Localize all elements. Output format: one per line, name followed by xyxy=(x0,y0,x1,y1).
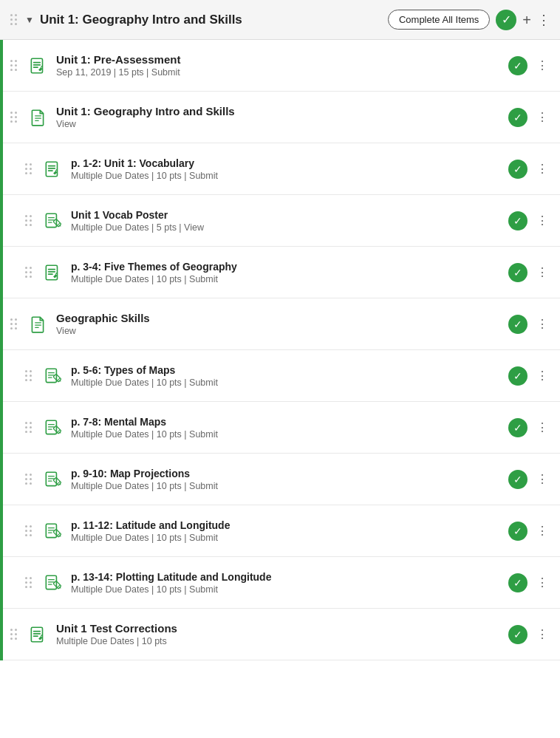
item-actions: ✓⋮ xyxy=(508,417,551,437)
list-item: p. 9-10: Map ProjectionsMultiple Due Dat… xyxy=(3,454,560,505)
item-drag-handle[interactable] xyxy=(24,472,34,487)
item-content: p. 7-8: Mental MapsMultiple Due Dates | … xyxy=(71,416,502,440)
list-item: p. 11-12: Latitude and LongitudeMultiple… xyxy=(3,505,560,557)
item-complete-check[interactable]: ✓ xyxy=(508,108,527,127)
item-drag-handle[interactable] xyxy=(24,162,34,177)
item-drag-handle[interactable] xyxy=(9,317,19,332)
item-complete-check[interactable]: ✓ xyxy=(508,160,527,179)
item-meta: Multiple Due Dates | 10 pts xyxy=(56,636,502,646)
list-item: p. 1-2: Unit 1: VocabularyMultiple Due D… xyxy=(3,143,560,195)
item-content: Unit 1 Vocab PosterMultiple Due Dates | … xyxy=(71,209,502,233)
item-more-menu[interactable]: ⋮ xyxy=(533,417,551,437)
list-item: p. 13-14: Plotting Latitude and Longitud… xyxy=(3,557,560,609)
item-type-icon xyxy=(40,363,65,389)
unit-header: ▼ Unit 1: Geography Intro and Skills Com… xyxy=(0,0,560,40)
unit-title: Unit 1: Geography Intro and Skills xyxy=(40,13,382,27)
item-drag-handle[interactable] xyxy=(9,58,19,73)
header-check-icon[interactable]: ✓ xyxy=(496,10,516,30)
item-more-menu[interactable]: ⋮ xyxy=(533,211,551,230)
item-complete-check[interactable]: ✓ xyxy=(508,573,527,592)
item-meta: Multiple Due Dates | 10 pts | Submit xyxy=(71,584,502,595)
item-actions: ✓⋮ xyxy=(508,469,551,489)
item-actions: ✓⋮ xyxy=(508,521,551,541)
item-meta: View xyxy=(56,326,502,336)
item-meta: Sep 11, 2019 | 15 pts | Submit xyxy=(56,67,502,78)
item-type-icon xyxy=(25,622,50,647)
item-actions: ✓⋮ xyxy=(508,314,551,334)
item-drag-handle[interactable] xyxy=(9,110,19,125)
header-more-menu[interactable]: ⋮ xyxy=(537,12,551,28)
item-content: p. 13-14: Plotting Latitude and Longitud… xyxy=(71,571,502,595)
item-content: p. 11-12: Latitude and LongitudeMultiple… xyxy=(71,519,502,543)
item-meta: Multiple Due Dates | 10 pts | Submit xyxy=(71,274,502,284)
item-type-icon xyxy=(25,53,50,78)
item-complete-check[interactable]: ✓ xyxy=(508,56,527,75)
item-drag-handle[interactable] xyxy=(24,524,34,539)
item-meta: Multiple Due Dates | 5 pts | View xyxy=(71,222,502,233)
item-actions: ✓⋮ xyxy=(508,262,551,282)
item-actions: ✓⋮ xyxy=(508,211,551,230)
item-actions: ✓⋮ xyxy=(508,573,551,592)
item-drag-handle[interactable] xyxy=(24,420,34,435)
item-meta: Multiple Due Dates | 10 pts | Submit xyxy=(71,533,502,543)
item-type-icon xyxy=(40,415,65,440)
item-actions: ✓⋮ xyxy=(508,366,551,386)
item-more-menu[interactable]: ⋮ xyxy=(533,262,551,282)
item-meta: Multiple Due Dates | 10 pts | Submit xyxy=(71,429,502,440)
item-complete-check[interactable]: ✓ xyxy=(508,211,527,230)
item-title: Unit 1 Test Corrections xyxy=(56,622,502,635)
item-more-menu[interactable]: ⋮ xyxy=(533,107,551,127)
item-meta: Multiple Due Dates | 10 pts | Submit xyxy=(71,377,502,388)
item-more-menu[interactable]: ⋮ xyxy=(533,55,551,75)
complete-all-button[interactable]: Complete All Items xyxy=(388,10,490,30)
list-item: p. 7-8: Mental MapsMultiple Due Dates | … xyxy=(3,402,560,454)
item-complete-check[interactable]: ✓ xyxy=(508,366,527,386)
header-drag-handle[interactable] xyxy=(9,13,19,27)
item-meta: Multiple Due Dates | 10 pts | Submit xyxy=(71,481,502,491)
item-more-menu[interactable]: ⋮ xyxy=(533,469,551,489)
item-type-icon xyxy=(40,519,65,544)
add-item-button[interactable]: + xyxy=(522,13,531,27)
item-complete-check[interactable]: ✓ xyxy=(508,625,527,644)
item-drag-handle[interactable] xyxy=(24,369,34,383)
list-item: p. 3-4: Five Themes of GeographyMultiple… xyxy=(3,247,560,298)
item-title: Unit 1 Vocab Poster xyxy=(71,209,502,221)
item-more-menu[interactable]: ⋮ xyxy=(533,521,551,541)
item-content: p. 5-6: Types of MapsMultiple Due Dates … xyxy=(71,364,502,388)
item-content: Unit 1: Pre-AssessmentSep 11, 2019 | 15 … xyxy=(56,53,502,78)
item-more-menu[interactable]: ⋮ xyxy=(533,314,551,334)
item-actions: ✓⋮ xyxy=(508,159,551,179)
item-title: p. 1-2: Unit 1: Vocabulary xyxy=(71,157,502,169)
list-item: Unit 1 Test CorrectionsMultiple Due Date… xyxy=(3,609,560,660)
item-drag-handle[interactable] xyxy=(24,575,34,590)
list-item: Geographic SkillsView✓⋮ xyxy=(3,298,560,350)
item-more-menu[interactable]: ⋮ xyxy=(533,624,551,644)
item-complete-check[interactable]: ✓ xyxy=(508,315,527,334)
item-type-icon xyxy=(40,260,65,285)
item-content: p. 1-2: Unit 1: VocabularyMultiple Due D… xyxy=(71,157,502,181)
item-content: p. 3-4: Five Themes of GeographyMultiple… xyxy=(71,261,502,284)
item-title: Unit 1: Pre-Assessment xyxy=(56,53,502,66)
item-complete-check[interactable]: ✓ xyxy=(508,263,527,282)
item-type-icon xyxy=(25,105,50,130)
item-complete-check[interactable]: ✓ xyxy=(508,522,527,541)
item-title: p. 3-4: Five Themes of Geography xyxy=(71,261,502,273)
item-meta: Multiple Due Dates | 10 pts | Submit xyxy=(71,171,502,181)
item-drag-handle[interactable] xyxy=(24,265,34,280)
item-type-icon xyxy=(40,570,65,595)
list-item: Unit 1: Pre-AssessmentSep 11, 2019 | 15 … xyxy=(3,40,560,92)
item-drag-handle[interactable] xyxy=(9,627,19,642)
item-type-icon xyxy=(40,208,65,233)
item-more-menu[interactable]: ⋮ xyxy=(533,159,551,179)
item-complete-check[interactable]: ✓ xyxy=(508,418,527,437)
item-complete-check[interactable]: ✓ xyxy=(508,470,527,489)
item-more-menu[interactable]: ⋮ xyxy=(533,573,551,592)
item-actions: ✓⋮ xyxy=(508,107,551,127)
item-actions: ✓⋮ xyxy=(508,55,551,75)
item-title: Geographic Skills xyxy=(56,312,502,324)
item-more-menu[interactable]: ⋮ xyxy=(533,366,551,386)
item-type-icon xyxy=(25,312,50,337)
item-content: Unit 1 Test CorrectionsMultiple Due Date… xyxy=(56,622,502,646)
item-drag-handle[interactable] xyxy=(24,213,34,228)
header-collapse-arrow[interactable]: ▼ xyxy=(25,15,34,25)
